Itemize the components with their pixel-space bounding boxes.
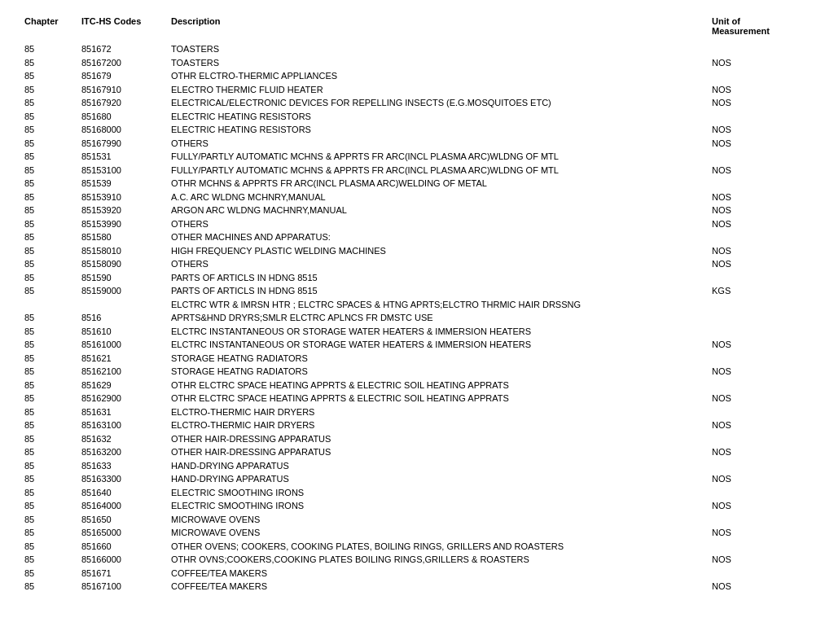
row-chapter: 85 <box>24 110 81 124</box>
row-itc: 85153920 <box>81 204 171 217</box>
row-desc: OTHR ELCTRC SPACE HEATING APPRTS & ELECT… <box>171 392 712 405</box>
row-chapter: 85 <box>24 69 81 83</box>
row-unit: NOS <box>712 191 810 204</box>
row-desc: MICROWAVE OVENS <box>171 526 712 540</box>
table-row: 85 85158010 HIGH FREQUENCY PLASTIC WELDI… <box>24 244 810 258</box>
row-desc: PARTS OF ARTICLS IN HDNG 8515 <box>171 271 712 285</box>
row-unit <box>712 311 810 325</box>
row-unit <box>712 110 810 124</box>
row-itc: 85167920 <box>81 96 171 110</box>
row-desc: A.C. ARC WLDNG MCHNRY,MANUAL <box>171 191 712 204</box>
row-itc: 85168000 <box>81 123 171 137</box>
table-row: 85 85167200 TOASTERS NOS <box>24 56 810 70</box>
row-chapter: 85 <box>24 284 81 298</box>
row-desc: OTHERS <box>171 217 712 231</box>
row-desc: STORAGE HEATNG RADIATORS <box>171 365 712 379</box>
table-row: 85 851621 STORAGE HEATNG RADIATORS <box>24 352 810 366</box>
table-row: 85 85153910 A.C. ARC WLDNG MCHNRY,MANUAL… <box>24 191 810 204</box>
row-itc: 851679 <box>81 69 171 83</box>
row-itc: 851610 <box>81 325 171 339</box>
row-itc: 85167910 <box>81 83 171 97</box>
row-itc: 85162900 <box>81 392 171 405</box>
table-row: 85 85163300 HAND-DRYING APPARATUS NOS <box>24 472 810 486</box>
row-desc: TOASTERS <box>171 56 712 70</box>
row-desc: TOASTERS <box>171 42 712 56</box>
row-chapter: 85 <box>24 567 81 580</box>
row-desc: ELCTRO-THERMIC HAIR DRYERS <box>171 405 712 419</box>
row-chapter: 85 <box>24 418 81 432</box>
row-unit <box>712 325 810 339</box>
row-chapter: 85 <box>24 191 81 204</box>
row-desc: ELECTRIC HEATING RESISTORS <box>171 123 712 137</box>
row-unit <box>712 42 810 56</box>
row-itc <box>81 298 171 312</box>
row-itc: 851640 <box>81 486 171 500</box>
row-desc: ARGON ARC WLDNG MACHNRY,MANUAL <box>171 204 712 217</box>
row-unit: NOS <box>712 392 810 405</box>
header-unit: Unit of Measurement <box>712 16 810 36</box>
row-chapter: 85 <box>24 580 81 594</box>
row-unit <box>712 379 810 392</box>
table-row: 85 85162100 STORAGE HEATNG RADIATORS NOS <box>24 365 810 379</box>
row-itc: 851660 <box>81 540 171 554</box>
table-row: 85 85167920 ELECTRICAL/ELECTRONIC DEVICE… <box>24 96 810 110</box>
row-unit: NOS <box>712 96 810 110</box>
row-chapter: 85 <box>24 379 81 392</box>
row-itc: 851632 <box>81 432 171 446</box>
row-desc: OTHR ELCTRC SPACE HEATING APPRTS & ELECT… <box>171 379 712 392</box>
row-chapter: 85 <box>24 513 81 527</box>
row-chapter: 85 <box>24 553 81 567</box>
table-row: 85 851679 OTHR ELCTRO-THERMIC APPLIANCES <box>24 69 810 83</box>
table-row: 85 851590 PARTS OF ARTICLS IN HDNG 8515 <box>24 271 810 285</box>
row-chapter: 85 <box>24 445 81 459</box>
row-itc: 85153910 <box>81 191 171 204</box>
row-chapter: 85 <box>24 150 81 164</box>
row-itc: 85153990 <box>81 217 171 231</box>
row-itc: 851671 <box>81 567 171 580</box>
row-itc: 85163200 <box>81 445 171 459</box>
table-row: 85 851680 ELECTRIC HEATING RESISTORS <box>24 110 810 124</box>
row-itc: 851621 <box>81 352 171 366</box>
row-itc: 85167200 <box>81 56 171 70</box>
row-desc: OTHER OVENS; COOKERS, COOKING PLATES, BO… <box>171 540 712 554</box>
table-row: 85 851580 OTHER MACHINES AND APPARATUS: <box>24 230 810 244</box>
row-desc: FULLY/PARTLY AUTOMATIC MCHNS & APPRTS FR… <box>171 164 712 177</box>
row-itc: 85164000 <box>81 499 171 513</box>
row-unit: NOS <box>712 580 810 594</box>
table-row: 85 851633 HAND-DRYING APPARATUS <box>24 459 810 473</box>
row-itc: 851629 <box>81 379 171 392</box>
row-itc: 851672 <box>81 42 171 56</box>
row-unit <box>712 405 810 419</box>
row-unit: NOS <box>712 204 810 217</box>
row-chapter: 85 <box>24 123 81 137</box>
table-row: 85 85167100 COFFEE/TEA MAKERS NOS <box>24 580 810 594</box>
row-unit: NOS <box>712 526 810 540</box>
row-unit: KGS <box>712 284 810 298</box>
row-desc: ELECTRICAL/ELECTRONIC DEVICES FOR REPELL… <box>171 96 712 110</box>
row-desc: MICROWAVE OVENS <box>171 513 712 527</box>
table-row: 85 85164000 ELECTRIC SMOOTHING IRONS NOS <box>24 499 810 513</box>
row-desc: ELCTRO-THERMIC HAIR DRYERS <box>171 418 712 432</box>
row-chapter: 85 <box>24 42 81 56</box>
row-itc: 85166000 <box>81 553 171 567</box>
row-itc: 851531 <box>81 150 171 164</box>
unit-line1: Unit of <box>712 16 810 26</box>
table-row: 85 851671 COFFEE/TEA MAKERS <box>24 567 810 580</box>
row-desc: STORAGE HEATNG RADIATORS <box>171 352 712 366</box>
row-unit <box>712 271 810 285</box>
row-unit <box>712 432 810 446</box>
row-chapter: 85 <box>24 352 81 366</box>
table-row: 85 85167910 ELECTRO THERMIC FLUID HEATER… <box>24 83 810 97</box>
row-chapter: 85 <box>24 83 81 97</box>
table-row: 85 85163200 OTHER HAIR-DRESSING APPARATU… <box>24 445 810 459</box>
row-unit: NOS <box>712 445 810 459</box>
row-unit <box>712 513 810 527</box>
row-unit: NOS <box>712 338 810 352</box>
row-desc: OTHERS <box>171 137 712 151</box>
table-row: 85 851660 OTHER OVENS; COOKERS, COOKING … <box>24 540 810 554</box>
row-desc: COFFEE/TEA MAKERS <box>171 567 712 580</box>
row-itc: 85167100 <box>81 580 171 594</box>
row-chapter: 85 <box>24 526 81 540</box>
table-row: 85 851672 TOASTERS <box>24 42 810 56</box>
row-itc: 851633 <box>81 459 171 473</box>
